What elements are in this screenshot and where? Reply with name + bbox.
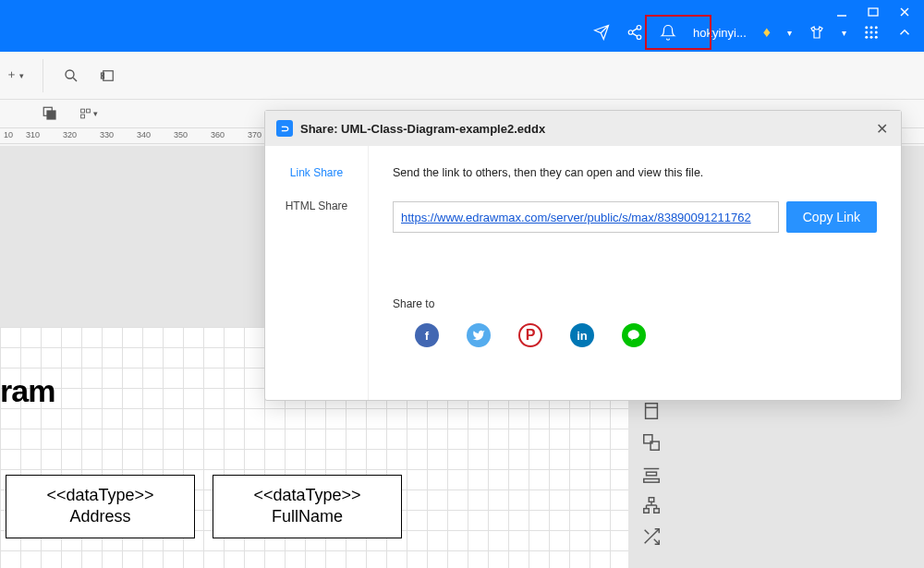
svg-point-10 (870, 26, 873, 29)
select-all-icon[interactable] (41, 104, 59, 123)
svg-point-15 (865, 36, 868, 39)
twitter-icon[interactable] (467, 323, 491, 347)
svg-rect-37 (649, 498, 654, 502)
search-icon[interactable] (62, 66, 80, 85)
diagram-title: ram (0, 373, 55, 409)
close-button[interactable] (898, 6, 911, 18)
uml-datatype-address[interactable]: <<dataType>> Address (6, 475, 195, 538)
collapse-chevron-icon[interactable] (896, 24, 913, 41)
svg-line-46 (645, 530, 650, 535)
ruler-tick: 370 (248, 130, 261, 139)
pinterest-icon[interactable]: P (518, 323, 542, 347)
share-link-input[interactable] (393, 201, 779, 233)
highlight-annotation (645, 15, 711, 50)
svg-point-20 (66, 70, 74, 79)
dialog-sidebar: Link Share HTML Share (265, 146, 369, 400)
share-dialog: ⊃ Share: UML-Class-Diagram-example2.eddx… (264, 110, 902, 401)
svg-point-11 (875, 26, 878, 29)
premium-diamond-icon[interactable]: ♦ (763, 24, 771, 41)
stereotype-label: <<dataType>> (213, 485, 401, 506)
svg-rect-29 (81, 115, 85, 118)
facebook-icon[interactable]: f (415, 323, 439, 347)
ruler-tick: 330 (100, 130, 114, 139)
svg-rect-22 (103, 70, 114, 80)
maximize-button[interactable] (867, 6, 880, 18)
hierarchy-icon[interactable] (641, 495, 662, 515)
svg-point-4 (637, 26, 641, 30)
svg-rect-1 (869, 8, 878, 16)
apps-grid-icon[interactable] (863, 24, 880, 41)
chevron-down-icon: ▾ (842, 28, 846, 38)
share-to-label: Share to (393, 297, 877, 310)
stereotype-label: <<dataType>> (6, 485, 194, 506)
svg-rect-36 (644, 479, 660, 483)
svg-rect-24 (102, 76, 104, 78)
svg-point-12 (865, 31, 868, 34)
page-icon[interactable] (641, 401, 662, 421)
titlebar: hokyinyi... ♦ ▾ ▾ (0, 0, 924, 52)
svg-rect-30 (646, 404, 658, 419)
svg-point-5 (628, 30, 633, 35)
ruler-tick: 360 (211, 130, 225, 139)
svg-rect-27 (81, 109, 85, 113)
linkedin-icon[interactable]: in (570, 323, 594, 347)
component-icon[interactable] (99, 66, 117, 85)
svg-line-45 (654, 539, 660, 545)
dialog-close-button[interactable]: ✕ (876, 120, 888, 138)
ruler-tick: 340 (137, 130, 151, 139)
dialog-title: Share: UML-Class-Diagram-example2.eddx (300, 122, 545, 136)
tab-link-share[interactable]: Link Share (290, 166, 343, 179)
svg-rect-26 (47, 111, 55, 119)
svg-point-16 (870, 36, 873, 39)
shuffle-icon[interactable] (641, 526, 662, 547)
svg-point-6 (637, 35, 641, 40)
canvas-side-toolbar (636, 401, 667, 547)
main-toolbar: ▾ (0, 52, 924, 100)
line-icon[interactable] (622, 323, 646, 347)
ruler-tick: 310 (26, 130, 40, 139)
tab-html-share[interactable]: HTML Share (286, 199, 348, 212)
layout-dropdown-icon[interactable]: ▾ (79, 104, 98, 123)
send-icon[interactable] (593, 24, 610, 41)
svg-point-14 (875, 31, 878, 34)
uml-datatype-fullname[interactable]: <<dataType>> FullName (213, 475, 402, 538)
align-icon[interactable] (641, 464, 662, 484)
svg-point-9 (865, 26, 868, 29)
svg-rect-39 (654, 509, 660, 514)
ruler-tick: 10 (4, 130, 13, 139)
dialog-main: Send the link to others, then they can o… (369, 146, 901, 400)
add-dropdown-icon[interactable]: ▾ (6, 66, 24, 85)
svg-line-7 (632, 29, 637, 31)
class-name-label: FullName (213, 506, 401, 527)
class-name-label: Address (6, 506, 194, 527)
minimize-button[interactable] (835, 6, 848, 18)
share-description: Send the link to others, then they can o… (393, 166, 877, 179)
svg-point-17 (875, 36, 878, 39)
svg-rect-35 (647, 472, 657, 476)
ruler-tick: 350 (174, 130, 188, 139)
copy-link-button[interactable]: Copy Link (786, 201, 877, 233)
svg-line-21 (73, 78, 77, 81)
combine-icon[interactable] (641, 432, 662, 453)
ruler-tick: 320 (63, 130, 77, 139)
app-logo-icon: ⊃ (276, 120, 293, 137)
svg-point-13 (870, 31, 873, 34)
svg-rect-38 (644, 509, 650, 514)
svg-line-8 (632, 33, 637, 36)
svg-rect-23 (102, 73, 104, 75)
share-icon[interactable] (626, 24, 643, 41)
chevron-down-icon: ▾ (787, 28, 792, 38)
tshirt-icon[interactable] (808, 24, 825, 41)
dialog-header: ⊃ Share: UML-Class-Diagram-example2.eddx… (265, 111, 901, 146)
svg-rect-28 (87, 109, 91, 113)
